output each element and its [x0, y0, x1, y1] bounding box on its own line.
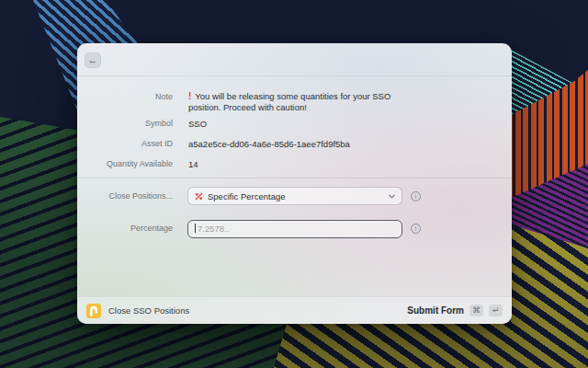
command-window: ← Note !You will be releasing some quant…: [77, 43, 512, 324]
percentage-label: Percentage: [77, 219, 173, 237]
dropdown-selected-value: Specific Percentage: [208, 191, 286, 201]
submit-form-button[interactable]: Submit Form: [407, 305, 464, 316]
window-footer: Close SSO Positions Submit Form ⌘ ↵: [77, 296, 512, 324]
symbol-row: Symbol SSO: [77, 119, 512, 129]
asset-id-value: a5a2e5ce-dd06-4a6e-85d6-1aee7fd9f5ba: [188, 139, 350, 149]
close-positions-label: Close Positions...: [77, 187, 173, 205]
chevron-down-icon: [389, 194, 395, 199]
symbol-label: Symbol: [77, 119, 173, 128]
note-label: Note: [77, 91, 173, 102]
quantity-available-label: Quantity Available: [77, 159, 173, 168]
quantity-available-row: Quantity Available 14: [77, 159, 512, 169]
percentage-info-icon[interactable]: i: [411, 224, 421, 234]
asset-id-label: Asset ID: [77, 139, 173, 148]
section-divider: [77, 178, 512, 178]
percentage-row: Percentage i: [77, 219, 512, 238]
extension-app-icon: [86, 304, 101, 318]
note-row: Note !You will be releasing some quantit…: [77, 91, 512, 113]
return-key-icon: ↵: [489, 305, 503, 316]
back-arrow-icon: ←: [88, 55, 98, 65]
close-positions-dropdown[interactable]: Specific Percentage: [187, 187, 402, 205]
command-title: Close SSO Positions: [108, 305, 189, 316]
window-header: ←: [77, 43, 512, 76]
back-button[interactable]: ←: [85, 52, 101, 68]
close-positions-row: Close Positions... Specific Percentage i: [77, 187, 512, 205]
symbol-value: SSO: [188, 119, 207, 129]
command-key-icon: ⌘: [469, 305, 483, 316]
quantity-available-value: 14: [188, 159, 198, 169]
close-positions-info-icon[interactable]: i: [411, 191, 421, 201]
warning-icon: !: [188, 91, 191, 101]
percentage-input[interactable]: [187, 220, 402, 238]
percent-icon: [195, 192, 203, 201]
text-caret: [195, 224, 196, 233]
note-text: !You will be releasing some quantities f…: [188, 91, 420, 113]
asset-id-row: Asset ID a5a2e5ce-dd06-4a6e-85d6-1aee7fd…: [77, 139, 512, 149]
